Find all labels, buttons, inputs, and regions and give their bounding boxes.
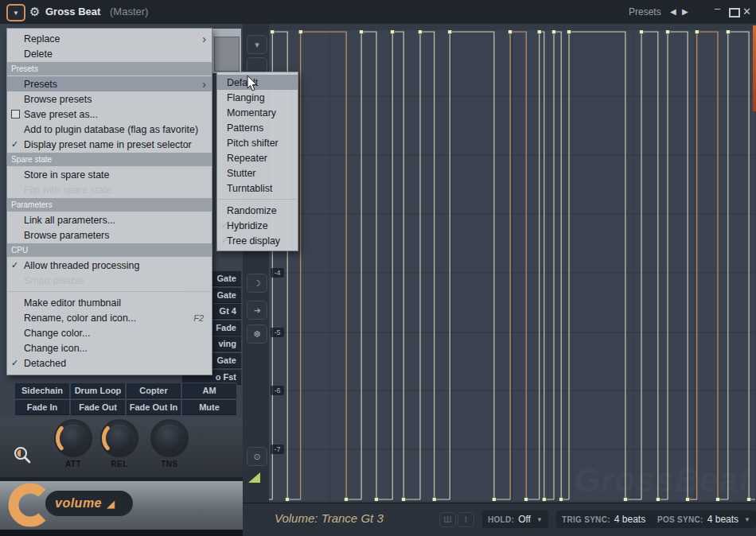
gate-handle[interactable] <box>509 30 512 34</box>
freeze-icon[interactable]: ❆ <box>247 324 267 344</box>
menu-item-replace[interactable]: Replace› <box>7 31 212 46</box>
gate-segment-5[interactable] <box>450 32 494 499</box>
gate-segment-13[interactable] <box>728 32 749 499</box>
gate-handle[interactable] <box>640 30 644 34</box>
gate-handle[interactable] <box>448 30 452 34</box>
volume-mode-pill[interactable]: volume ◢ <box>45 491 133 516</box>
menu-item-label: Change icon... <box>24 343 88 354</box>
preset-prev-button[interactable]: ◀ <box>670 7 676 16</box>
gate-handle[interactable] <box>726 30 730 34</box>
submenu-item-turntablist[interactable]: Turntablist <box>217 181 298 196</box>
pos-sync-dropdown[interactable]: POS SYNC:4 beats▼ <box>652 511 756 528</box>
menu-item-browse-parameters[interactable]: Browse parameters <box>7 227 212 243</box>
gate-handle[interactable] <box>537 30 541 34</box>
line-mode-button[interactable]: Ι <box>458 512 474 527</box>
gate-handle[interactable] <box>552 30 556 34</box>
gate-graph[interactable]: GrossBeat -4-5-6-7 <box>268 30 755 501</box>
knob-att[interactable]: ATT <box>49 419 97 468</box>
snapshot-icon[interactable]: ⊙ <box>247 447 267 466</box>
knob-tns[interactable]: TNS <box>146 419 193 468</box>
gate-handle[interactable] <box>567 30 571 34</box>
menu-item-detached[interactable]: ✓Detached <box>7 355 212 371</box>
menu-item-store-in-spare-state[interactable]: Store in spare state <box>7 167 212 182</box>
menu-item-delete[interactable]: Delete <box>7 46 212 61</box>
menu-item-rename-color-and-icon[interactable]: Rename, color and icon...F2 <box>7 310 212 325</box>
corner-handle-icon[interactable] <box>248 472 260 483</box>
gate-segment-3[interactable] <box>392 32 403 499</box>
preset-slot-button-sidechain[interactable]: Sidechain <box>14 383 70 398</box>
gate-handle[interactable] <box>492 498 496 502</box>
submenu-item-stutter[interactable]: Stutter <box>217 165 298 181</box>
gate-handle[interactable] <box>559 498 563 502</box>
menu-item-display-preset-name-in-preset-selector[interactable]: ✓Display preset name in preset selector <box>7 137 212 152</box>
gate-handle[interactable] <box>391 30 395 34</box>
menu-item-save-preset-as[interactable]: Save preset as... <box>7 107 212 122</box>
gate-handle[interactable] <box>375 498 379 502</box>
gate-segment-1[interactable] <box>301 32 346 499</box>
gate-handle[interactable] <box>271 30 275 34</box>
gate-handle[interactable] <box>666 30 670 34</box>
knob-rel[interactable]: REL <box>95 419 143 468</box>
gate-handle[interactable] <box>402 498 406 502</box>
submenu-item-tree-display[interactable]: ✓Tree display <box>217 233 298 248</box>
submenu-item-momentary[interactable]: Momentary <box>217 105 298 120</box>
y-axis-label--7: -7 <box>271 445 284 454</box>
menu-item-flip-with-spare-state[interactable]: Flip with spare state <box>7 182 212 197</box>
menu-item-add-to-plugin-database-flag-as-favorite[interactable]: Add to plugin database (flag as favorite… <box>7 122 212 137</box>
zoom-icon[interactable] <box>13 445 33 466</box>
menu-item-make-editor-thumbnail[interactable]: Make editor thumbnail <box>7 295 212 310</box>
preset-next-button[interactable]: ▶ <box>682 7 688 16</box>
bars-mode-button[interactable]: Ш <box>439 512 456 527</box>
gate-segment-8[interactable] <box>554 32 561 499</box>
gate-handle[interactable] <box>542 498 546 502</box>
trig-sync-dropdown[interactable]: TRIG SYNC:4 beats▼ <box>556 511 663 528</box>
menu-item-browse-presets[interactable]: Browse presets <box>7 91 212 107</box>
gate-segment-11[interactable] <box>668 32 688 499</box>
menu-item-allow-threaded-processing[interactable]: ✓Allow threaded processing <box>7 258 212 273</box>
gate-segment-2[interactable] <box>361 32 376 499</box>
submenu-item-repeater[interactable]: Repeater <box>217 150 298 165</box>
gate-handle[interactable] <box>524 498 528 502</box>
gear-icon[interactable]: ⚙ <box>29 5 40 19</box>
gate-handle[interactable] <box>286 498 290 502</box>
preset-slot-button-drum-loop[interactable]: Drum Loop <box>70 383 126 398</box>
submenu-item-randomize[interactable]: Randomize <box>217 203 298 218</box>
submenu-item-label: Turntablist <box>227 183 272 194</box>
menu-item-smart-disable[interactable]: Smart disable <box>7 273 212 288</box>
gate-segment-10[interactable] <box>641 32 658 499</box>
gate-segment-7[interactable] <box>540 32 544 499</box>
preset-slot-button-copter[interactable]: Copter <box>126 383 181 398</box>
gate-segment-12[interactable] <box>697 32 718 499</box>
menu-item-change-icon[interactable]: Change icon... <box>7 340 212 355</box>
preset-slot-button-fade-out[interactable]: Fade Out <box>70 399 126 415</box>
gate-handle[interactable] <box>695 30 699 34</box>
preset-slot-grid: SidechainDrum LoopCopterAMFade InFade Ou… <box>14 383 239 418</box>
submenu-item-patterns[interactable]: Patterns <box>217 120 298 135</box>
submenu-item-pitch-shifter[interactable]: Pitch shifter <box>217 135 298 150</box>
preset-slot-button-fade-in[interactable]: Fade In <box>14 399 70 415</box>
gate-handle[interactable] <box>345 498 349 502</box>
menu-item-change-color[interactable]: Change color... <box>7 325 212 340</box>
gate-handle[interactable] <box>432 498 436 502</box>
gate-handle[interactable] <box>298 30 302 34</box>
preset-slot-button-mute[interactable]: Mute <box>181 399 237 415</box>
caret-down-icon: ▼ <box>13 10 19 17</box>
preset-slot-button-fade-out-in[interactable]: Fade Out In <box>126 399 181 415</box>
plugin-menu-button[interactable]: ▼ <box>6 4 25 21</box>
submenu-item-hybridize[interactable]: ✓Hybridize <box>217 218 298 233</box>
gate-segment-9[interactable] <box>569 32 625 499</box>
hold-dropdown[interactable]: HOLD:Off▼ <box>482 511 548 528</box>
menu-item-link-all-parameters[interactable]: Link all parameters... <box>7 212 212 227</box>
preset-slot-button-am[interactable]: AM <box>181 383 237 398</box>
arrow-right-icon[interactable]: ➜ <box>247 301 267 320</box>
maximize-button[interactable] <box>729 8 740 17</box>
caret-down-icon[interactable]: ▾ <box>247 35 267 54</box>
minimize-button[interactable]: – <box>715 2 720 14</box>
close-button[interactable]: ✕ <box>742 6 751 17</box>
gate-handle[interactable] <box>360 30 364 34</box>
gate-handle[interactable] <box>419 30 423 34</box>
smooth-tool-icon[interactable]: ☽ <box>247 274 267 293</box>
gate-segment-4[interactable] <box>420 32 435 499</box>
gate-segment-6[interactable] <box>510 32 526 499</box>
menu-item-presets[interactable]: Presets› <box>7 76 212 91</box>
